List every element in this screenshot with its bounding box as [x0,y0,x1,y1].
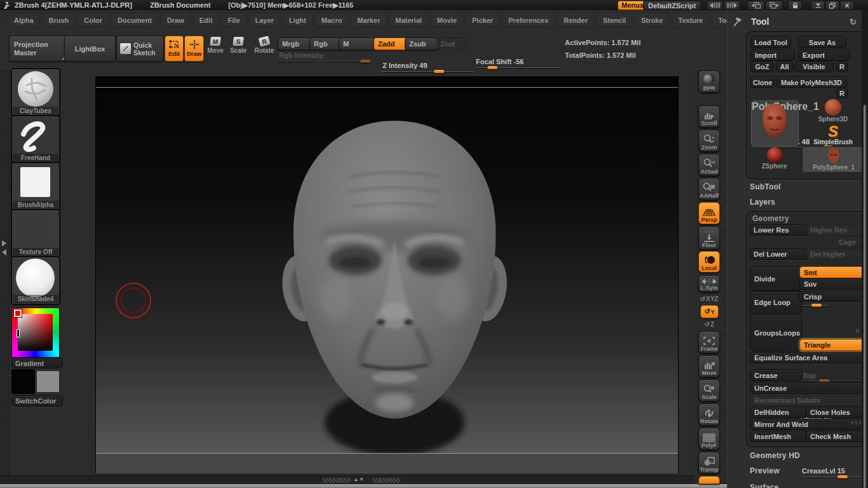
slider-handle[interactable] [811,304,822,307]
persp-button[interactable]: Persp [698,202,720,224]
frame-button[interactable]: Move Frame [698,331,720,353]
main-color-swatch[interactable] [11,369,35,394]
rotate-z-toggle[interactable]: ↺ Z [698,320,720,329]
quick-sketch-button[interactable]: Quick Sketch [116,36,164,62]
menu-item-edit[interactable]: Edit [193,13,219,27]
menu-item-picker[interactable]: Picker [466,13,499,27]
hue-marker[interactable] [14,309,22,317]
menu-item-color[interactable]: Color [78,13,109,27]
zcut-button[interactable]: Zcut [436,37,466,50]
smt-toggle[interactable]: Smt [799,266,866,278]
menu-item-render[interactable]: Render [557,13,594,27]
sphere3d-tool[interactable]: Sphere3D [802,99,864,123]
alpha-selector[interactable]: BrushAlpha [11,163,60,210]
disp-slider[interactable]: Disp [799,372,861,381]
brush-selector[interactable]: ClayTubes [11,69,60,116]
rotate-xyz-toggle[interactable]: ↺ XYZ [698,294,720,303]
reconstruct-subdiv-button[interactable]: Reconstruct Subdiv [750,395,866,406]
slider-handle[interactable] [434,70,444,73]
r-button-2[interactable]: R [836,88,848,98]
crease-lvl-slider[interactable]: CreaseLvl 15 [801,467,862,477]
refresh-icon[interactable]: ↻ [850,17,857,27]
tray-shift-left-button[interactable] [707,1,723,10]
recent-tool-thumbnail[interactable]: PolySphere_1 [802,146,865,173]
panel-scrollbar-thumb[interactable] [864,105,866,488]
divider-dock-right-button[interactable] [766,1,783,10]
scale-mode-button[interactable]: S Scale [229,37,248,60]
triangle-toggle[interactable]: Triangle [799,339,866,351]
actual-button[interactable]: x1 Actual [698,154,720,176]
layers-section-header[interactable]: Layers [750,198,775,207]
visible-button[interactable]: Visible [794,61,834,72]
save-as-button[interactable]: Save As [798,36,846,48]
move-mode-button[interactable]: M Move [206,37,225,60]
export-button[interactable]: Export [798,49,850,61]
slider-handle[interactable] [360,60,370,63]
tray-updown-icon[interactable]: ▲▼ [353,477,365,482]
uncrease-button[interactable]: UnCrease [750,382,866,394]
projection-master-button[interactable]: Projection Master [9,36,68,62]
slider-handle[interactable] [487,66,498,69]
scale-button[interactable]: Scale [698,379,720,402]
menu-item-light[interactable]: Light [283,13,313,27]
menu-item-preferences[interactable]: Preferences [502,13,555,27]
simplebrush-tool[interactable]: S SimpleBrush [802,125,864,146]
load-tool-button[interactable]: Load Tool [750,36,791,48]
lsym-button[interactable]: L.Sym [698,275,720,292]
material-selector[interactable]: SkinShade4 [11,257,60,304]
document-canvas[interactable] [95,76,679,473]
tray-shift-right-button[interactable] [724,1,740,10]
scroll-button[interactable]: Scroll [698,105,720,128]
bottom-collapsed-tray[interactable] [0,484,729,488]
surface-section-header[interactable]: Surface [750,483,778,488]
left-tray-divider[interactable] [0,70,10,484]
color-picker[interactable] [11,308,60,358]
groups-loops-button[interactable]: GroupsLoops [750,315,802,351]
close-holes-button[interactable]: Close Holes [806,407,866,418]
menu-item-macro[interactable]: Macro [315,13,348,27]
menu-item-stroke[interactable]: Stroke [635,13,669,27]
menu-item-material[interactable]: Material [389,13,428,27]
crisp-toggle[interactable]: Crisp [799,291,866,302]
mrgb-button[interactable]: Mrgb [278,37,312,50]
make-polymesh3d-button[interactable]: Make PolyMesh3D [776,76,847,88]
rotate-button[interactable]: Rotate [698,403,720,426]
del-lower-button[interactable]: Del Lower [750,248,808,260]
del-hidden-button[interactable]: DelHidden [750,407,808,418]
zoom-button[interactable]: Zoom [698,130,720,152]
current-tool-thumbnail[interactable]: PolySphere_1 [751,100,799,146]
clone-button[interactable]: Clone [750,76,775,88]
cage-button[interactable]: Cage [832,236,862,247]
insert-mesh-button[interactable]: InsertMesh [750,431,808,442]
sv-marker[interactable] [17,329,20,337]
document-area[interactable] [96,88,678,453]
bpr-button[interactable]: BPR [698,71,720,93]
focal-shift-slider[interactable]: Focal Shift -56 [475,58,560,68]
floor-button[interactable]: x y z Floor [698,226,720,250]
goz-button[interactable]: GoZ [750,61,774,72]
menu-item-brush[interactable]: Brush [43,13,76,27]
menu-item-layer[interactable]: Layer [249,13,280,27]
gradient-button[interactable]: Gradient [11,358,63,369]
zadd-button[interactable]: Zadd [374,37,407,50]
import-button[interactable]: Import [750,49,795,61]
preview-section-header[interactable]: Preview [750,466,780,475]
geometry-hd-section-header[interactable]: Geometry HD [750,451,800,460]
mirror-and-weld-button[interactable]: Mirror And Weld x y z [750,419,866,430]
menu-item-marker[interactable]: Marker [351,13,386,27]
rgb-button[interactable]: Rgb [309,37,341,50]
suv-toggle[interactable]: Suv [799,278,866,290]
divider-dock-left-button[interactable] [747,1,764,10]
edit-mode-button[interactable]: Edit [165,36,184,62]
switchcolor-button[interactable]: SwitchColor [11,395,63,407]
menu-item-document[interactable]: Document [111,13,158,27]
tray-close-arrow-icon[interactable] [2,249,6,255]
polyf-button[interactable]: PolyF [698,428,720,450]
bottom-tray-divider[interactable]: ▲▼ [0,475,729,485]
check-mesh-button[interactable]: Check Mesh [806,431,866,442]
edge-loop-button[interactable]: Edge Loop [750,291,802,314]
z-intensity-slider[interactable]: Z Intensity 49 [381,62,473,72]
slider-handle[interactable] [837,475,848,478]
tray-open-arrow-icon[interactable] [2,240,6,247]
minimize-button[interactable] [811,1,825,10]
